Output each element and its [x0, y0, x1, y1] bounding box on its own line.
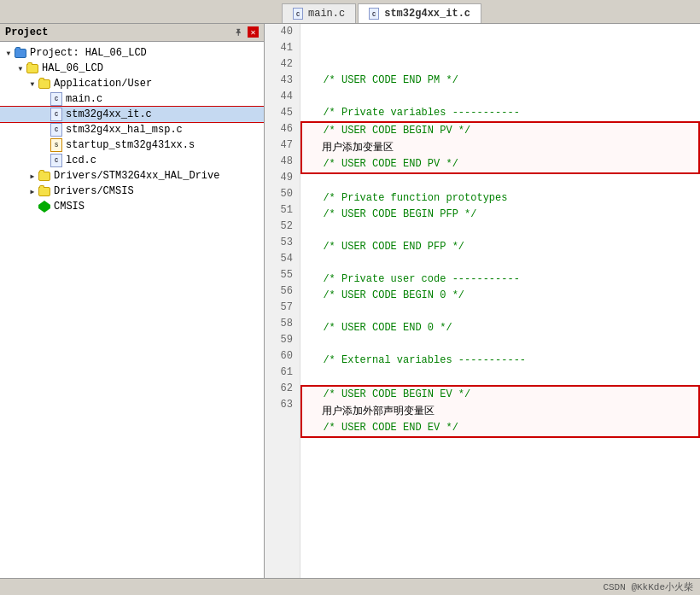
tree-item-main-c[interactable]: Cmain.c — [0, 91, 264, 107]
code-line: /* USER CODE BEGIN PV */ — [300, 121, 700, 139]
line-number: 59 — [271, 332, 293, 348]
code-line — [311, 369, 690, 385]
tree-item-cmsis[interactable]: CMSIS — [0, 199, 264, 214]
c-file-icon: C — [50, 92, 63, 106]
close-icon[interactable]: ✕ — [248, 26, 259, 38]
tree-item-label: Application/User — [54, 78, 152, 90]
tree-item-label: stm32g4xx_hal_msp.c — [66, 124, 183, 136]
folder-icon — [38, 169, 51, 183]
line-number: 63 — [271, 397, 293, 413]
tree-toggle-icon[interactable] — [39, 125, 50, 135]
tree-toggle-icon[interactable] — [39, 155, 50, 166]
line-number: 55 — [271, 267, 293, 283]
line-number: 58 — [271, 316, 293, 332]
code-line: /* USER CODE END EV */ — [300, 420, 700, 438]
tree-item-app-user[interactable]: ▼Application/User — [0, 76, 264, 91]
tree-item-label: Drivers/STM32G4xx_HAL_Drive — [54, 170, 219, 182]
code-line — [311, 89, 690, 105]
tree-item-drivers-cmsis[interactable]: ▶Drivers/CMSIS — [0, 184, 264, 199]
line-number: 48 — [271, 154, 293, 170]
tree-item-startup[interactable]: Sstartup_stm32g431xx.s — [0, 137, 264, 153]
code-line — [311, 255, 690, 271]
line-number: 57 — [271, 300, 293, 316]
code-line: /* Private variables ----------- — [311, 105, 690, 121]
sidebar-panel: Project 🖈 ✕ ▼Project: HAL_06_LCD▼HAL_06_… — [0, 24, 265, 578]
line-number: 49 — [271, 170, 293, 186]
line-number: 61 — [271, 365, 293, 381]
tree-toggle-icon[interactable]: ▼ — [15, 63, 26, 73]
code-line: /* Private function prototypes — [311, 190, 690, 207]
code-line — [311, 56, 690, 73]
tree-toggle-icon[interactable] — [27, 201, 38, 212]
line-number: 43 — [271, 73, 293, 89]
code-line: /* USER CODE BEGIN EV */ — [300, 385, 700, 403]
tree-item-stm32g4xx-hal-msp[interactable]: Cstm32g4xx_hal_msp.c — [0, 122, 264, 137]
code-line: 用户添加外部声明变量区 — [300, 403, 700, 420]
code-line — [311, 223, 690, 239]
code-editor[interactable]: 4041424344454647484950515253545556575859… — [265, 24, 700, 578]
code-line: /* USER CODE END PV */ — [300, 156, 700, 174]
code-line: 用户添加变量区 — [300, 139, 700, 156]
line-number: 45 — [271, 105, 293, 121]
code-line — [311, 336, 690, 353]
tree-item-label: HAL_06_LCD — [42, 62, 103, 74]
line-number: 50 — [271, 186, 293, 202]
code-line: /* Private user code ----------- — [311, 271, 690, 288]
code-line: /* External variables ----------- — [311, 353, 690, 369]
line-number: 52 — [271, 219, 293, 235]
code-line: /* USER CODE BEGIN PFP */ — [311, 207, 690, 223]
tab-main-c[interactable]: Cmain.c — [282, 3, 356, 23]
footer-bar: CSDN @KkKde小火柴 — [0, 578, 700, 595]
code-lines: /* USER CODE END PM */ /* Private variab… — [300, 24, 700, 578]
code-line: /* USER CODE END PFP */ — [311, 239, 690, 255]
line-number: 62 — [271, 381, 293, 397]
folder-icon — [38, 77, 51, 90]
tree-item-label: lcd.c — [66, 155, 96, 166]
tree-item-hal-root[interactable]: ▼HAL_06_LCD — [0, 61, 264, 76]
tree-item-label: CMSIS — [54, 201, 85, 213]
line-number: 53 — [271, 235, 293, 251]
tree-toggle-icon[interactable]: ▶ — [27, 171, 38, 181]
tree-item-project-root[interactable]: ▼Project: HAL_06_LCD — [0, 45, 264, 61]
tree-toggle-icon[interactable] — [39, 140, 50, 150]
c-file-icon: C — [50, 108, 63, 121]
line-number: 42 — [271, 56, 293, 73]
line-number: 47 — [271, 137, 293, 154]
tab-label: main.c — [308, 8, 345, 20]
c-file-icon: C — [50, 123, 63, 137]
tree-toggle-icon[interactable]: ▶ — [27, 186, 38, 196]
line-number: 51 — [271, 202, 293, 219]
tree-toggle-icon[interactable]: ▼ — [3, 48, 14, 58]
tree-item-label: main.c — [66, 93, 102, 105]
tree-item-drivers-hal[interactable]: ▶Drivers/STM32G4xx_HAL_Drive — [0, 168, 264, 184]
sidebar-title: Project — [5, 26, 48, 38]
tree-toggle-icon[interactable]: ▼ — [27, 79, 38, 89]
line-number: 46 — [271, 121, 293, 137]
tree-item-label: Project: HAL_06_LCD — [30, 47, 147, 59]
line-number: 44 — [271, 89, 293, 105]
pin-icon[interactable]: 🖈 — [232, 26, 244, 38]
watermark: CSDN @KkKde小火柴 — [603, 582, 693, 592]
sidebar-tree: ▼Project: HAL_06_LCD▼HAL_06_LCD▼Applicat… — [0, 42, 264, 578]
tab-stm32g4xx_it-c[interactable]: Cstm32g4xx_it.c — [358, 3, 481, 23]
line-numbers: 4041424344454647484950515253545556575859… — [265, 24, 300, 578]
tree-item-lcd-c[interactable]: Clcd.c — [0, 153, 264, 168]
tree-item-stm32g4xx-it[interactable]: Cstm32g4xx_it.c — [0, 107, 264, 122]
tab-file-icon: C — [369, 8, 379, 20]
tree-toggle-icon[interactable] — [39, 94, 50, 104]
c-file-icon: C — [50, 154, 63, 167]
tab-label: stm32g4xx_it.c — [384, 8, 470, 20]
tree-item-label: Drivers/CMSIS — [54, 185, 134, 197]
code-line — [311, 174, 690, 190]
line-number: 41 — [271, 40, 293, 56]
gem-icon — [38, 200, 51, 213]
tree-toggle-icon[interactable] — [39, 109, 50, 120]
code-line: /* USER CODE END 0 */ — [311, 320, 690, 336]
project-icon — [14, 46, 27, 60]
tab-bar: Cmain.cCstm32g4xx_it.c — [0, 0, 700, 24]
folder-icon — [26, 61, 39, 75]
sidebar-header: Project 🖈 ✕ — [0, 24, 264, 42]
code-line: /* USER CODE END PM */ — [311, 73, 690, 89]
main-area: Project 🖈 ✕ ▼Project: HAL_06_LCD▼HAL_06_… — [0, 24, 700, 578]
folder-icon — [38, 184, 51, 198]
